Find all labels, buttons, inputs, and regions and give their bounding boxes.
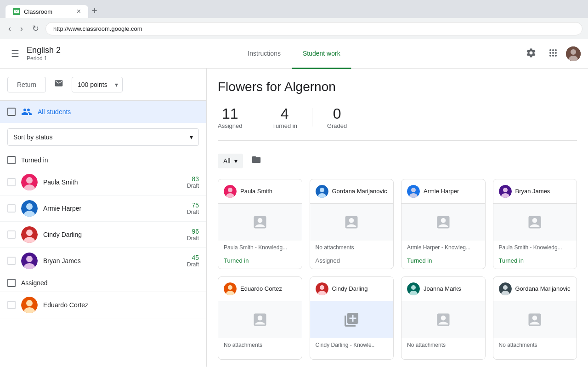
svg-point-40: [503, 285, 508, 290]
card-thumbnail: [401, 301, 485, 338]
svg-point-19: [228, 188, 232, 192]
card-thumbnail: [401, 204, 485, 241]
card-status: Turned in: [493, 254, 577, 269]
student-card-gordana[interactable]: Gordana Marijanovic No attachments Assig…: [310, 179, 394, 269]
card-name: Bryan James: [515, 188, 550, 196]
student-card-gordana-2[interactable]: Gordana Marijanovic No attachments: [493, 276, 577, 360]
turned-in-label: Turned in: [21, 156, 48, 164]
email-button[interactable]: [51, 76, 66, 93]
assignment-title: Flowers for Algernon: [218, 80, 577, 94]
student-card-paula-smith[interactable]: Paula Smith Paula Smith - Knowledg... Tu…: [218, 179, 302, 269]
stat-turned-in: 4 Turned in: [257, 105, 311, 129]
tab-close-button[interactable]: ×: [77, 8, 81, 15]
points-wrapper[interactable]: 100 points: [72, 77, 123, 92]
app-header: ☰ English 2 Period 1 Instructions Studen…: [0, 39, 588, 69]
sidebar-toolbar: Return 100 points: [0, 69, 206, 101]
apps-button[interactable]: [544, 44, 562, 63]
assigned-checkbox[interactable]: [7, 279, 16, 287]
card-name: Gordana Marijanovic: [332, 188, 387, 196]
menu-button[interactable]: ☰: [7, 45, 23, 63]
stat-assigned-number: 11: [218, 105, 242, 122]
stat-assigned: 11 Assigned: [218, 105, 257, 129]
refresh-button[interactable]: ↻: [29, 22, 42, 35]
stat-turned-in-label: Turned in: [272, 122, 297, 129]
browser-tab[interactable]: Classroom ×: [6, 5, 88, 18]
student-row-paula-smith[interactable]: Paula Smith 83 Draft: [0, 169, 206, 196]
all-students-icon: [21, 106, 32, 117]
sort-dropdown-wrapper: Sort by status ▾: [0, 123, 206, 151]
cards-grid: Paula Smith Paula Smith - Knowledg... Tu…: [218, 179, 577, 360]
sort-dropdown[interactable]: Sort by status ▾: [7, 128, 199, 146]
student-row-cindy-darling[interactable]: Cindy Darling 96 Draft: [0, 222, 206, 248]
forward-button[interactable]: ›: [17, 22, 26, 35]
filter-all-label: All: [223, 157, 231, 165]
student-checkbox[interactable]: [7, 230, 16, 239]
svg-point-37: [411, 285, 416, 290]
new-tab-button[interactable]: +: [90, 4, 99, 18]
student-row-eduardo-cortez[interactable]: Eduardo Cortez: [0, 292, 206, 318]
card-thumbnail: [218, 301, 302, 338]
student-checkbox[interactable]: [7, 204, 16, 213]
return-button[interactable]: Return: [7, 77, 46, 92]
student-row-bryan-james[interactable]: Bryan James 45 Draft: [0, 248, 206, 274]
filter-row: All ▾: [218, 152, 577, 170]
folder-button[interactable]: [249, 152, 264, 170]
card-attachment: Armie Harper - Knowleg...: [401, 241, 485, 254]
header-nav: Instructions Student work: [237, 39, 351, 69]
student-avatar-armie-harper: [21, 200, 38, 217]
card-attachment: No attachments: [401, 338, 485, 352]
assigned-label: Assigned: [21, 279, 48, 287]
card-attachment: No attachments: [310, 241, 394, 254]
turned-in-checkbox[interactable]: [7, 156, 16, 164]
svg-point-31: [228, 285, 232, 290]
card-avatar-cindy-darling: [316, 282, 328, 295]
user-avatar[interactable]: [566, 46, 581, 61]
card-header: Bryan James: [493, 179, 577, 204]
card-header: Joanna Marks: [401, 277, 485, 301]
svg-point-28: [503, 188, 508, 192]
student-card-cindy-darling[interactable]: Cindy Darling Cindy Darling - Knowle..: [310, 276, 394, 360]
student-checkbox[interactable]: [7, 257, 16, 265]
card-avatar-gordana: [316, 185, 328, 198]
stat-assigned-label: Assigned: [218, 122, 242, 129]
student-checkbox[interactable]: [7, 178, 16, 186]
stat-graded-number: 0: [327, 105, 347, 122]
card-status: Turned in: [218, 254, 302, 269]
student-card-joanna-marks[interactable]: Joanna Marks No attachments: [401, 276, 486, 360]
card-name: Cindy Darling: [332, 285, 368, 293]
student-card-eduardo-cortez[interactable]: Eduardo Cortez No attachments: [218, 276, 302, 360]
student-grade: 45 Draft: [187, 254, 199, 268]
student-checkbox[interactable]: [7, 301, 16, 309]
all-students-checkbox[interactable]: [7, 108, 16, 116]
points-select[interactable]: 100 points: [72, 77, 123, 92]
card-attachment: Paula Smith - Knowledg...: [218, 241, 302, 254]
student-card-bryan-james[interactable]: Bryan James Paula Smith - Knowledg... Tu…: [493, 179, 577, 269]
svg-point-4: [26, 177, 33, 184]
settings-button[interactable]: [522, 44, 540, 63]
student-name: Armie Harper: [43, 205, 187, 212]
content-area: Flowers for Algernon 11 Assigned 4 Turne…: [207, 69, 588, 367]
tab-student-work[interactable]: Student work: [292, 40, 351, 69]
card-avatar-gordana-2: [499, 282, 512, 295]
back-button[interactable]: ‹: [6, 22, 14, 35]
student-avatar-paula-smith: [21, 174, 38, 190]
card-header: Gordana Marijanovic: [493, 277, 577, 301]
tab-instructions[interactable]: Instructions: [237, 40, 292, 69]
app-title-area: English 2 Period 1: [27, 46, 61, 62]
card-header: Armie Harper: [401, 179, 485, 204]
stats-row: 11 Assigned 4 Turned in 0 Graded: [218, 105, 577, 141]
sidebar: Return 100 points All students Sort by s…: [0, 69, 207, 367]
browser-controls: ‹ › ↻ http://www.classroom.google.com: [0, 18, 588, 39]
student-card-armie-harper[interactable]: Armie Harper Armie Harper - Knowleg... T…: [401, 179, 486, 269]
card-status: Assigned: [310, 254, 394, 269]
card-attachment: No attachments: [218, 338, 302, 352]
svg-point-10: [26, 230, 33, 236]
all-students-row[interactable]: All students: [0, 101, 206, 123]
student-row-armie-harper[interactable]: Armie Harper 75 Draft: [0, 196, 206, 222]
student-avatar-eduardo-cortez: [21, 297, 38, 313]
filter-select[interactable]: All ▾: [218, 154, 243, 168]
stat-graded: 0 Graded: [312, 105, 362, 129]
card-thumbnail: [310, 204, 394, 241]
address-bar[interactable]: http://www.classroom.google.com: [45, 22, 582, 35]
browser-chrome: Classroom × +: [0, 0, 588, 18]
